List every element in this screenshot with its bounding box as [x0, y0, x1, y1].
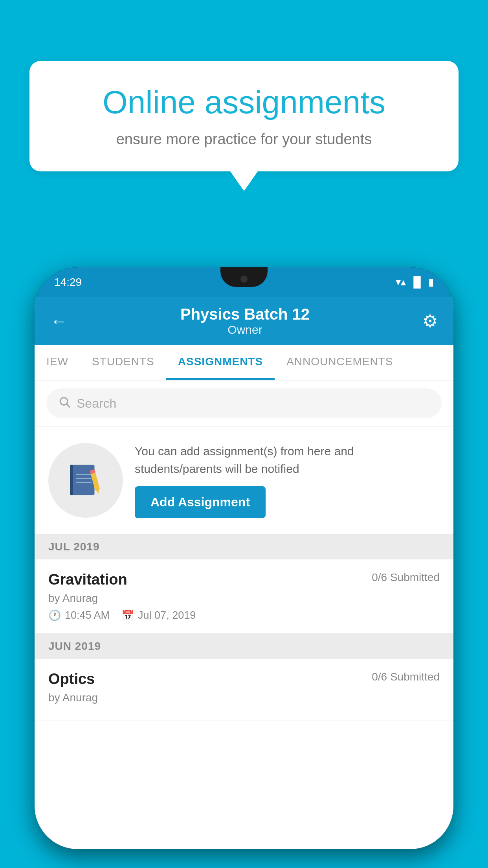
phone-notch [220, 267, 268, 287]
svg-rect-3 [70, 465, 73, 495]
assignment-item-optics[interactable]: Optics 0/6 Submitted by Anurag [35, 659, 453, 721]
assignment-name-gravitation: Gravitation [48, 571, 127, 588]
section-header-jun: JUN 2019 [35, 634, 453, 659]
clock-icon: 🕐 [48, 609, 61, 622]
camera-dot [240, 276, 248, 283]
prompt-text: You can add assignment(s) from here and … [135, 442, 440, 478]
status-icons: ▾▴ ▐▌ ▮ [396, 276, 434, 288]
status-time: 14:29 [54, 276, 82, 289]
signal-icon: ▐▌ [410, 276, 424, 288]
header-subtitle: Owner [180, 323, 310, 337]
assignment-date-gravitation: Jul 07, 2019 [138, 609, 196, 622]
tab-announcements[interactable]: ANNOUNCEMENTS [275, 345, 405, 380]
bubble-subtitle: ensure more practice for your students [57, 131, 431, 148]
assignment-by-gravitation: by Anurag [48, 592, 440, 605]
assignment-prompt: You can add assignment(s) from here and … [35, 427, 453, 534]
speech-bubble-card: Online assignments ensure more practice … [29, 61, 459, 171]
svg-line-1 [67, 404, 70, 407]
status-bar: 14:29 ▾▴ ▐▌ ▮ [35, 267, 453, 297]
bubble-title: Online assignments [57, 85, 431, 120]
section-header-jul: JUL 2019 [35, 534, 453, 559]
notebook-icon-circle [48, 443, 123, 518]
app-header: ← Physics Batch 12 Owner ⚙ [35, 297, 453, 345]
tab-assignments[interactable]: ASSIGNMENTS [166, 345, 275, 380]
assignment-time-gravitation: 10:45 AM [65, 609, 110, 622]
search-icon [58, 395, 71, 411]
back-button[interactable]: ← [50, 311, 68, 331]
search-placeholder: Search [77, 396, 116, 411]
search-container: Search [35, 381, 453, 427]
svg-rect-2 [71, 465, 95, 495]
wifi-icon: ▾▴ [396, 276, 406, 288]
search-bar[interactable]: Search [46, 388, 442, 418]
assignment-by-optics: by Anurag [48, 691, 440, 704]
assignment-meta-gravitation: 🕐 10:45 AM 📅 Jul 07, 2019 [48, 609, 440, 622]
phone-screen: ← Physics Batch 12 Owner ⚙ IEW STUDENTS … [35, 297, 453, 849]
tabs-container: IEW STUDENTS ASSIGNMENTS ANNOUNCEMENTS [35, 345, 453, 381]
meta-date-gravitation: 📅 Jul 07, 2019 [121, 609, 196, 622]
speech-bubble-tail [230, 171, 258, 191]
calendar-icon: 📅 [121, 609, 134, 622]
svg-marker-8 [95, 487, 101, 494]
submitted-badge-optics: 0/6 Submitted [372, 671, 440, 683]
tab-students[interactable]: STUDENTS [80, 345, 166, 380]
prompt-content: You can add assignment(s) from here and … [135, 442, 440, 518]
assignment-top-row: Gravitation 0/6 Submitted [48, 571, 440, 588]
phone-frame: 14:29 ▾▴ ▐▌ ▮ ← Physics Batch 12 Owner ⚙… [35, 267, 453, 849]
tab-iew[interactable]: IEW [35, 345, 80, 380]
header-center: Physics Batch 12 Owner [180, 305, 310, 337]
add-assignment-button[interactable]: Add Assignment [135, 486, 266, 518]
settings-button[interactable]: ⚙ [422, 311, 438, 331]
speech-bubble-section: Online assignments ensure more practice … [29, 61, 459, 191]
submitted-badge-gravitation: 0/6 Submitted [372, 571, 440, 584]
assignment-item-gravitation[interactable]: Gravitation 0/6 Submitted by Anurag 🕐 10… [35, 559, 453, 634]
assignment-name-optics: Optics [48, 671, 95, 688]
assignment-top-row-optics: Optics 0/6 Submitted [48, 671, 440, 688]
header-title: Physics Batch 12 [180, 305, 310, 323]
meta-time-gravitation: 🕐 10:45 AM [48, 609, 110, 622]
battery-icon: ▮ [428, 276, 434, 288]
notebook-icon [66, 461, 105, 500]
